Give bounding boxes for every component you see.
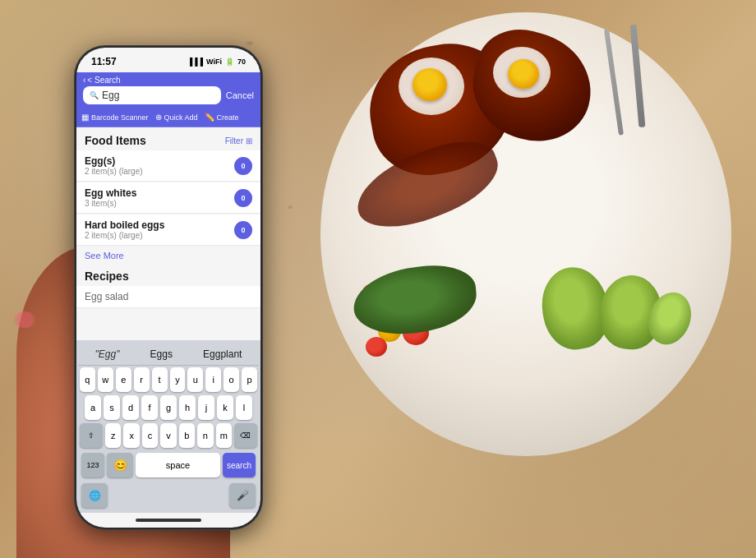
back-search[interactable]: ‹ < Search [83,76,254,85]
key-v[interactable]: v [160,423,176,448]
key-row-1: q w e r t y u i o p [80,367,257,392]
food-item-sub-eggs: 2 item(s) (large) [85,167,234,176]
food-item-info-eggs: Egg(s) 2 item(s) (large) [85,155,234,176]
food-item-name-egg-whites: Egg whites [85,187,234,199]
search-row: 🔍 Egg Cancel [83,86,254,104]
search-input-wrapper[interactable]: 🔍 Egg [83,86,221,104]
egg-yolk-1 [413,68,447,101]
battery-percent: 70 [237,58,246,66]
food-item-hard-boiled[interactable]: Hard boiled eggs 2 item(s) (large) 0 [76,214,260,246]
barcode-scanner-button[interactable]: ▦ Barcode Scanner [81,113,149,122]
recipe-name: Egg salad [85,291,128,302]
food-item-sub-hard-boiled: 2 item(s) (large) [85,231,234,240]
key-y[interactable]: y [170,367,186,392]
food-item-egg-whites[interactable]: Egg whites 3 item(s) 0 [76,182,260,214]
key-q[interactable]: q [80,367,95,392]
search-query: Egg [102,90,119,101]
key-row-bottom: 123 😊 space search [80,451,257,479]
recipes-section-header: Recipes [76,265,260,286]
key-u[interactable]: u [187,367,203,392]
wifi-icon: WiFi [206,58,222,66]
home-indicator [76,513,260,528]
status-bar: 11:57 ▐▐▐ WiFi 🔋 70 [76,48,260,72]
key-i[interactable]: i [205,367,221,392]
egg-yolk-2 [508,59,539,89]
key-k[interactable]: k [217,395,233,420]
food-item-sub-egg-whites: 3 item(s) [85,199,234,208]
food-item-name-eggs: Egg(s) [85,155,234,167]
food-item-name-hard-boiled: Hard boiled eggs [85,219,234,231]
plate [320,12,731,456]
food-item-info-egg-whites: Egg whites 3 item(s) [85,187,234,208]
key-r[interactable]: r [134,367,150,392]
recipe-item-egg-salad[interactable]: Egg salad [76,286,260,308]
barcode-icon: ▦ [81,113,89,122]
recipes-title: Recipes [85,270,129,283]
barcode-label: Barcode Scanner [91,113,149,122]
knife [604,29,624,136]
search-header: ‹ < Search 🔍 Egg Cancel [76,72,260,109]
key-n[interactable]: n [197,423,213,448]
key-m[interactable]: m [216,423,232,448]
cancel-button[interactable]: Cancel [226,90,254,100]
food-item-badge-hard-boiled: 0 [234,221,252,239]
keyboard-rows: q w e r t y u i o p [78,366,259,481]
quick-add-button[interactable]: ⊕ Quick Add [155,113,198,122]
keyboard: "Egg" Eggs Eggplant q w e r t y [76,340,260,513]
speckle [288,205,293,209]
create-label: Create [217,113,239,122]
status-time: 11:57 [91,56,117,67]
status-icons: ▐▐▐ WiFi 🔋 70 [187,58,246,66]
quick-add-icon: ⊕ [155,113,162,122]
key-row-3: ⇧ z x c v b n m ⌫ [80,423,257,448]
food-item-badge-egg-whites: 0 [234,189,252,207]
key-a[interactable]: a [85,395,101,420]
food-item-badge-eggs: 0 [234,157,252,175]
key-h[interactable]: h [179,395,196,420]
phone-screen: 11:57 ▐▐▐ WiFi 🔋 70 ‹ < Search [76,48,260,528]
key-s[interactable]: s [104,395,120,420]
mic-key[interactable]: 🎤 [229,483,256,508]
food-item-eggs[interactable]: Egg(s) 2 item(s) (large) 0 [76,150,260,182]
autocomplete-eggplant[interactable]: Eggplant [196,347,248,362]
key-l[interactable]: l [236,395,252,420]
key-d[interactable]: d [122,395,139,420]
autocomplete-eggs[interactable]: Eggs [144,347,179,362]
key-b[interactable]: b [179,423,195,448]
scrollable-content: Food Items Filter ⊞ Egg(s) 2 item(s) (la… [76,127,260,340]
delete-key[interactable]: ⌫ [234,423,257,448]
emoji-key[interactable]: 😊 [107,453,133,477]
home-bar [136,519,201,522]
back-icon: ‹ [83,76,85,85]
phone-case: 11:57 ▐▐▐ WiFi 🔋 70 ‹ < Search [74,45,263,530]
phone: 11:57 ▐▐▐ WiFi 🔋 70 ‹ < Search [74,45,263,530]
key-j[interactable]: j [198,395,214,420]
key-t[interactable]: t [152,367,168,392]
bottom-system-row: 🌐 🎤 [78,481,259,511]
filter-button[interactable]: Filter ⊞ [225,136,252,145]
key-o[interactable]: o [224,367,239,392]
filter-label: Filter [225,136,243,145]
key-x[interactable]: x [123,423,139,448]
key-f[interactable]: f [141,395,158,420]
key-z[interactable]: z [105,423,121,448]
filter-icon: ⊞ [246,136,252,145]
see-more-button[interactable]: See More [76,247,260,265]
key-g[interactable]: g [160,395,177,420]
food-items-section-header: Food Items Filter ⊞ [76,127,260,150]
create-icon: ✏️ [205,113,214,122]
back-label: < Search [87,76,120,85]
numbers-key[interactable]: 123 [81,453,104,477]
shift-key[interactable]: ⇧ [80,423,103,448]
quick-actions-bar: ▦ Barcode Scanner ⊕ Quick Add ✏️ Create [76,109,260,127]
globe-key[interactable]: 🌐 [81,483,108,508]
autocomplete-egg-quoted[interactable]: "Egg" [89,347,127,362]
autocomplete-bar: "Egg" Eggs Eggplant [78,344,259,366]
space-key[interactable]: space [136,453,220,477]
key-w[interactable]: w [98,367,113,392]
key-e[interactable]: e [116,367,131,392]
key-c[interactable]: c [142,423,158,448]
create-button[interactable]: ✏️ Create [205,113,239,122]
key-p[interactable]: p [242,367,257,392]
search-key[interactable]: search [223,453,256,477]
